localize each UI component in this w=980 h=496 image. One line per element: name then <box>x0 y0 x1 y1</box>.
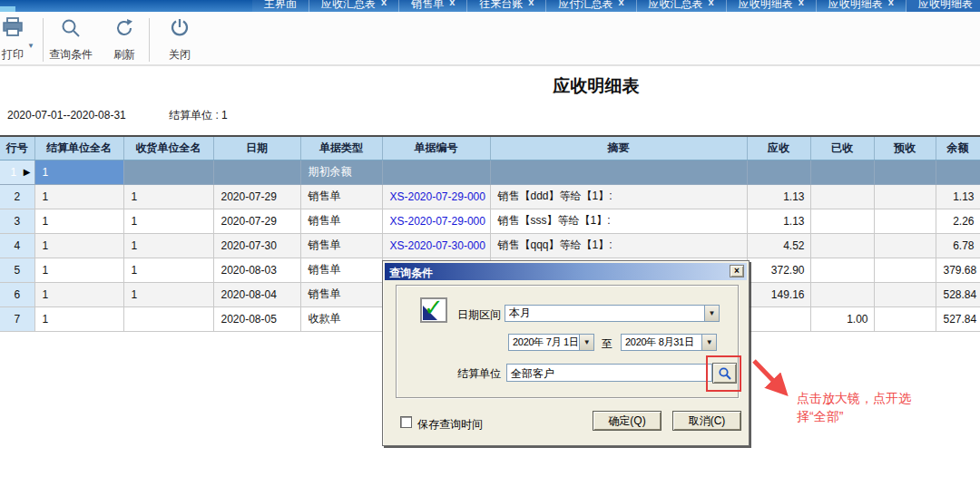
cell-doc_type[interactable]: 销售单 <box>300 209 382 233</box>
column-header-收货单位全名[interactable]: 收货单位全名 <box>123 136 213 160</box>
tab-close-icon[interactable]: x <box>528 0 534 7</box>
tab-应收明细表[interactable]: 应收明细表x <box>727 0 817 12</box>
column-header-单据编号[interactable]: 单据编号 <box>382 136 490 160</box>
cell-receiver[interactable]: 1 <box>123 209 213 233</box>
cell-receivable[interactable] <box>747 160 810 184</box>
chevron-down-icon[interactable]: ▼ <box>579 335 593 350</box>
tab-close-icon[interactable]: x <box>381 0 387 7</box>
cell-date[interactable]: 2020-08-05 <box>213 306 300 331</box>
tab-close-icon[interactable]: x <box>618 0 623 7</box>
table-row[interactable]: 4112020-07-30销售单XS-2020-07-30-000销售【qqq】… <box>0 233 980 258</box>
table-row[interactable]: 2112020-07-29销售单XS-2020-07-29-000销售【ddd】… <box>0 184 980 209</box>
cell-balance[interactable]: 2.26 <box>936 209 980 233</box>
cell-doc_no[interactable] <box>382 160 490 184</box>
cell-prepaid[interactable] <box>874 184 936 209</box>
cell-doc_no[interactable]: XS-2020-07-30-000 <box>382 233 490 258</box>
chevron-down-icon[interactable]: ▼ <box>701 335 716 350</box>
tab-主界面[interactable]: 主界面 <box>252 0 309 12</box>
column-header-应收[interactable]: 应收 <box>747 136 810 160</box>
cell-prepaid[interactable] <box>874 258 936 282</box>
cell-date[interactable]: 2020-08-04 <box>213 282 300 306</box>
ok-button[interactable]: 确定(Q) <box>593 411 662 431</box>
cell-receiver[interactable] <box>123 306 213 331</box>
save-query-time-checkbox[interactable] <box>400 416 412 428</box>
chevron-down-icon[interactable]: ▼ <box>704 306 719 321</box>
tab-应收汇总表[interactable]: 应收汇总表x <box>637 0 727 12</box>
cell-prepaid[interactable] <box>874 282 936 306</box>
dialog-title-bar[interactable]: 查询条件 <box>385 263 747 280</box>
cell-balance[interactable]: 527.84 <box>936 306 980 331</box>
cell-balance[interactable]: 379.68 <box>936 258 980 282</box>
cell-unit[interactable]: 1 <box>34 209 123 233</box>
cell-unit[interactable]: 1 <box>34 233 123 258</box>
cell-unit[interactable]: 1 <box>34 160 123 184</box>
cell-no[interactable]: 1▶ <box>0 160 34 184</box>
tab-close-icon[interactable]: x <box>799 0 804 7</box>
cell-date[interactable]: 2020-07-30 <box>213 233 300 258</box>
cell-doc_type[interactable]: 期初余额 <box>300 160 382 184</box>
cell-summary[interactable]: 销售【ddd】等给【1】: <box>490 184 747 209</box>
tab-销售单[interactable]: 销售单x <box>399 0 467 12</box>
cell-receiver[interactable]: 1 <box>123 184 213 209</box>
tab-往来台账[interactable]: 往来台账x <box>467 0 546 12</box>
cell-no[interactable]: 5 <box>0 258 34 282</box>
cell-receivable[interactable]: 149.16 <box>747 282 810 306</box>
column-header-结算单位全名[interactable]: 结算单位全名 <box>34 136 123 160</box>
cell-no[interactable]: 4 <box>0 233 34 258</box>
dialog-close-icon[interactable]: × <box>730 265 744 277</box>
close-button[interactable]: 关闭 <box>160 17 200 63</box>
cell-date[interactable]: 2020-08-03 <box>213 258 300 282</box>
cell-receivable[interactable]: 1.13 <box>747 184 810 209</box>
cell-balance[interactable]: 528.84 <box>936 282 980 306</box>
cell-balance[interactable] <box>936 160 980 184</box>
column-header-已收[interactable]: 已收 <box>810 136 874 160</box>
cell-no[interactable]: 6 <box>0 282 34 306</box>
cell-received[interactable] <box>810 282 874 306</box>
cell-receivable[interactable]: 372.90 <box>747 258 810 282</box>
cell-received[interactable] <box>810 160 874 184</box>
tab-应付汇总表[interactable]: 应付汇总表x <box>546 0 636 12</box>
cell-doc_type[interactable]: 销售单 <box>300 233 382 258</box>
tab-close-icon[interactable]: x <box>449 0 455 7</box>
cell-prepaid[interactable] <box>874 306 936 331</box>
table-row[interactable]: 1▶1期初余额 <box>0 160 980 184</box>
cancel-button[interactable]: 取消(C) <box>672 411 741 431</box>
tab-close-icon[interactable]: x <box>888 0 894 7</box>
cell-receivable[interactable] <box>747 306 810 331</box>
column-header-余额[interactable]: 余额 <box>936 136 980 160</box>
cell-doc_type[interactable]: 收款单 <box>300 306 382 331</box>
cell-prepaid[interactable] <box>874 209 936 233</box>
print-button[interactable]: 打印 <box>0 17 32 63</box>
cell-unit[interactable]: 1 <box>34 282 123 306</box>
tab-应收明细表[interactable]: 应收明细表x <box>817 0 906 12</box>
column-header-行号[interactable]: 行号 <box>0 136 34 160</box>
cell-summary[interactable]: 销售【sss】等给【1】: <box>490 209 747 233</box>
cell-received[interactable] <box>810 209 874 233</box>
cell-unit[interactable]: 1 <box>34 184 123 209</box>
column-header-摘要[interactable]: 摘要 <box>490 136 747 160</box>
print-dropdown-icon[interactable]: ▼ <box>27 42 34 50</box>
cell-received[interactable] <box>810 233 874 258</box>
cell-doc_type[interactable]: 销售单 <box>300 282 382 306</box>
cell-date[interactable] <box>213 160 300 184</box>
cell-receiver[interactable]: 1 <box>123 282 213 306</box>
date-from-picker[interactable]: 2020年 7月 1日 ▼ <box>508 334 594 351</box>
cell-received[interactable] <box>810 184 874 209</box>
cell-prepaid[interactable] <box>874 233 936 258</box>
tab-close-icon[interactable]: x <box>709 0 714 7</box>
query-conditions-button[interactable]: 查询条件 <box>44 17 97 63</box>
cell-prepaid[interactable] <box>874 160 936 184</box>
cell-balance[interactable]: 6.78 <box>936 233 980 258</box>
cell-date[interactable]: 2020-07-29 <box>213 184 300 209</box>
cell-no[interactable]: 2 <box>0 184 34 209</box>
column-header-日期[interactable]: 日期 <box>213 136 300 160</box>
cell-receiver[interactable]: 1 <box>123 233 213 258</box>
cell-receiver[interactable]: 1 <box>123 258 213 282</box>
cell-date[interactable]: 2020-07-29 <box>213 209 300 233</box>
cell-no[interactable]: 3 <box>0 209 34 233</box>
date-to-picker[interactable]: 2020年 8月31日 ▼ <box>621 334 717 351</box>
cell-summary[interactable] <box>490 160 747 184</box>
cell-receivable[interactable]: 4.52 <box>747 233 810 258</box>
cell-summary[interactable]: 销售【qqq】等给【1】: <box>490 233 747 258</box>
cell-received[interactable] <box>810 258 874 282</box>
